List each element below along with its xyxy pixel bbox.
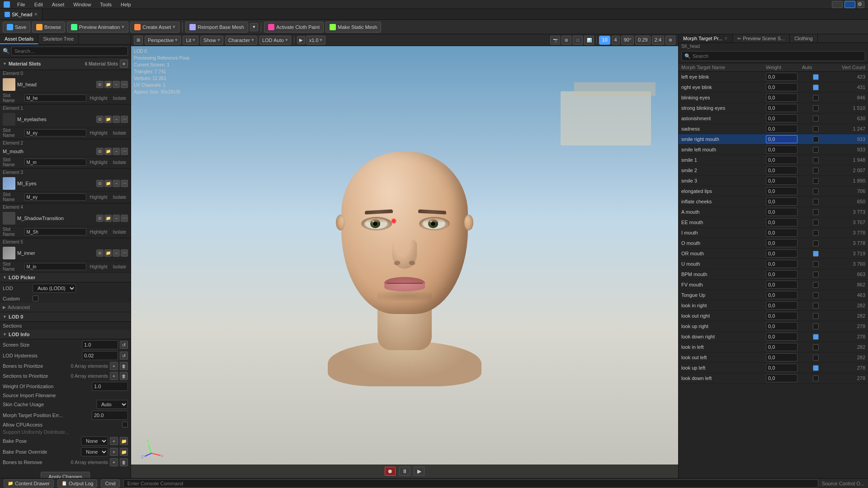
slot-name-3[interactable] [24, 193, 86, 201]
menu-file[interactable]: File [15, 1, 27, 8]
mat-find-4[interactable]: ⊙ [96, 215, 104, 222]
mat-find-5[interactable]: ⊙ [96, 249, 104, 257]
weight-input-6[interactable] [766, 135, 797, 143]
save-button[interactable]: Save [3, 22, 30, 33]
slot-name-2[interactable] [24, 159, 86, 166]
weight-input-7[interactable] [766, 145, 797, 154]
mat-folder-0[interactable]: 📁 [104, 81, 112, 88]
menu-asset[interactable]: Asset [50, 1, 66, 8]
morph-row-15[interactable]: I mouth 3 778 [679, 228, 868, 238]
tab-sk-head[interactable]: SK_head ✕ [0, 9, 42, 19]
weight-input-13[interactable] [766, 208, 797, 216]
output-log-button[interactable]: 📋 Output Log [57, 479, 97, 488]
morph-row-19[interactable]: BPM mouth 663 [679, 269, 868, 280]
mat-folder-1[interactable]: 📁 [104, 116, 112, 123]
lit-btn[interactable]: Lit ▾ [183, 36, 198, 45]
material-slots-header[interactable]: ▼ Material Slots 6 Material Slots + [0, 58, 131, 70]
morph-row-28[interactable]: look up left 278 [679, 363, 868, 373]
morph-auto-21[interactable] [813, 292, 819, 298]
morph-row-16[interactable]: O mouth 3 778 [679, 238, 868, 249]
mat-find-2[interactable]: ⊙ [96, 148, 104, 155]
morph-auto-18[interactable] [813, 261, 819, 267]
mat-more-3[interactable]: ⋯ [121, 180, 128, 187]
slot-name-4[interactable] [24, 228, 86, 235]
morph-row-13[interactable]: A mouth 3 773 [679, 207, 868, 217]
morph-error-input[interactable] [92, 411, 128, 420]
weight-input-21[interactable] [766, 291, 797, 299]
morph-auto-1[interactable] [813, 84, 819, 90]
mat-folder-5[interactable]: 📁 [104, 249, 112, 257]
bake-pose-select[interactable]: None [81, 436, 108, 446]
isolate-4[interactable]: Isolate [111, 230, 128, 235]
vp-settings-btn[interactable]: ⚙ [665, 36, 675, 45]
weight-input-22[interactable] [766, 301, 797, 310]
slot-name-0[interactable] [24, 94, 86, 102]
reimport-dropdown[interactable]: ▾ [250, 23, 258, 31]
morph-row-9[interactable]: smile 2 2 007 [679, 165, 868, 176]
bake-pose-folder[interactable]: 📁 [120, 437, 128, 445]
mat-arrow-5[interactable]: → [113, 249, 120, 257]
lod-hyst-input[interactable] [82, 351, 118, 360]
lod-picker-header[interactable]: ▼ LOD Picker [0, 273, 131, 282]
collab-icon[interactable] [844, 1, 855, 8]
vp-num-10[interactable]: 10 [599, 36, 610, 45]
morph-row-7[interactable]: smile left mouth 933 [679, 145, 868, 155]
weight-input-5[interactable] [766, 125, 797, 133]
morph-row-6[interactable]: smile right mouth 933 [679, 134, 868, 145]
weight-input-20[interactable] [766, 281, 797, 289]
morph-auto-22[interactable] [813, 303, 819, 309]
highlight-0[interactable]: Highlight [88, 96, 109, 101]
morph-auto-3[interactable] [813, 105, 819, 111]
material-slots-add[interactable]: + [120, 60, 128, 68]
cmd-button[interactable]: Cmd [101, 479, 119, 488]
highlight-2[interactable]: Highlight [88, 160, 109, 165]
mat-more-5[interactable]: ⋯ [121, 249, 128, 257]
morph-auto-14[interactable] [813, 220, 819, 225]
vp-stats-btn[interactable]: 📊 [584, 36, 594, 45]
morph-auto-26[interactable] [813, 344, 819, 350]
isolate-1[interactable]: Isolate [111, 131, 128, 136]
console-input[interactable] [123, 479, 818, 488]
morph-auto-27[interactable] [813, 355, 819, 361]
mat-folder-2[interactable]: 📁 [104, 148, 112, 155]
apply-changes-button[interactable]: Apply Changes [41, 472, 90, 478]
lod-select[interactable]: Auto (LOD0) [33, 284, 76, 293]
mat-folder-3[interactable]: 📁 [104, 180, 112, 187]
screen-size-input[interactable] [82, 340, 118, 349]
morph-auto-17[interactable] [813, 251, 819, 257]
weight-input-24[interactable] [766, 322, 797, 330]
show-btn[interactable]: Show ▾ [200, 36, 223, 45]
morph-auto-6[interactable] [813, 136, 819, 142]
morph-auto-0[interactable] [813, 74, 819, 80]
weight-input-23[interactable] [766, 312, 797, 320]
morph-tab-close[interactable]: ✕ [724, 36, 728, 41]
weight-input-17[interactable] [766, 249, 797, 258]
isolate-3[interactable]: Isolate [111, 195, 128, 200]
bake-pose-add[interactable]: + [110, 437, 118, 445]
user-icon[interactable] [832, 1, 843, 8]
morph-row-17[interactable]: OR mouth 3 719 [679, 249, 868, 259]
menu-tools[interactable]: Tools [98, 1, 113, 8]
content-drawer-button[interactable]: 📁 Content Drawer [4, 479, 54, 488]
isolate-2[interactable]: Isolate [111, 160, 128, 165]
tab-morph-target[interactable]: Morph Target Pr... ✕ [679, 34, 733, 42]
browse-button[interactable]: Browse [32, 22, 65, 33]
skin-cache-select[interactable]: Auto [96, 400, 128, 409]
morph-row-5[interactable]: sadness 1 247 [679, 124, 868, 134]
bones-remove-delete[interactable]: 🗑 [120, 458, 128, 466]
morph-auto-20[interactable] [813, 282, 819, 288]
tab-preview-scene[interactable]: ✏ Preview Scene S... [733, 34, 790, 42]
morph-auto-7[interactable] [813, 147, 819, 153]
menu-help[interactable]: Help [119, 1, 133, 8]
record-btn[interactable]: ⏺ [385, 467, 396, 476]
mat-more-4[interactable]: ⋯ [121, 215, 128, 222]
tab-skeleton-tree[interactable]: Skeleton Tree [38, 34, 79, 44]
morph-row-1[interactable]: right eye blink 431 [679, 82, 868, 93]
weight-input-9[interactable] [766, 166, 797, 174]
morph-auto-25[interactable] [813, 334, 819, 340]
morph-row-18[interactable]: U mouth 3 760 [679, 259, 868, 269]
mat-more-1[interactable]: ⋯ [121, 116, 128, 123]
weight-input-26[interactable] [766, 343, 797, 351]
morph-auto-12[interactable] [813, 199, 819, 205]
weight-input-3[interactable] [766, 104, 797, 112]
